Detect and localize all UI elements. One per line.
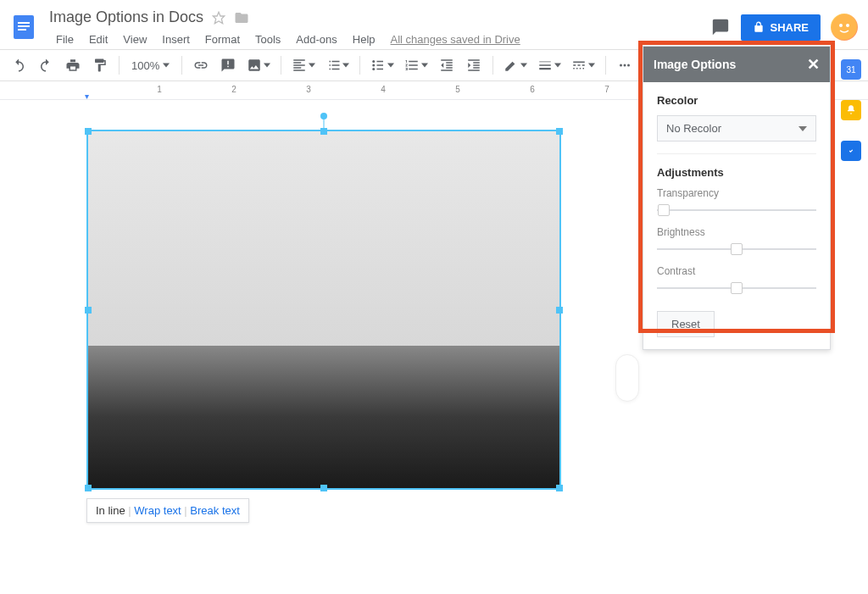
svg-point-34 — [620, 64, 622, 67]
svg-marker-24 — [554, 64, 561, 68]
svg-point-12 — [373, 60, 376, 63]
comment-icon[interactable] — [216, 53, 240, 77]
recolor-dropdown[interactable]: No Recolor — [657, 115, 816, 142]
calendar-icon[interactable]: 31 — [841, 59, 861, 80]
comments-icon[interactable] — [710, 17, 731, 37]
svg-rect-29 — [574, 68, 576, 69]
resize-handle[interactable] — [320, 128, 327, 135]
svg-marker-38 — [798, 126, 807, 131]
menu-format[interactable]: Format — [198, 30, 247, 49]
svg-point-5 — [832, 14, 857, 40]
svg-rect-22 — [540, 64, 552, 66]
share-button[interactable]: SHARE — [741, 14, 821, 41]
close-icon[interactable]: ✕ — [807, 55, 820, 74]
save-status: All changes saved in Drive — [384, 30, 527, 49]
recolor-title: Recolor — [657, 94, 816, 107]
menu-help[interactable]: Help — [346, 30, 382, 49]
selected-image[interactable] — [86, 130, 561, 490]
folder-icon[interactable] — [234, 10, 249, 25]
border-weight-icon[interactable] — [534, 53, 565, 77]
svg-point-6 — [839, 24, 843, 27]
indent-increase-icon[interactable] — [462, 53, 486, 77]
number-list-icon[interactable] — [401, 53, 431, 77]
transparency-label: Transparency — [657, 187, 816, 199]
resize-handle[interactable] — [85, 307, 92, 314]
docs-logo-icon[interactable] — [7, 7, 41, 47]
redo-icon[interactable] — [34, 53, 58, 77]
more-icon[interactable] — [613, 53, 637, 77]
resize-handle[interactable] — [320, 485, 327, 491]
svg-rect-16 — [377, 64, 384, 66]
resize-handle[interactable] — [556, 485, 563, 491]
svg-marker-9 — [264, 64, 270, 68]
contrast-label: Contrast — [657, 265, 816, 277]
svg-rect-28 — [582, 64, 585, 66]
svg-rect-27 — [578, 64, 581, 66]
brightness-slider[interactable] — [657, 241, 816, 257]
bullet-list-icon[interactable] — [367, 53, 398, 77]
svg-rect-32 — [583, 68, 585, 69]
reset-button[interactable]: Reset — [657, 311, 715, 337]
explore-toggle[interactable] — [615, 354, 639, 402]
svg-marker-18 — [387, 64, 394, 68]
svg-rect-1 — [18, 22, 30, 24]
svg-rect-21 — [540, 62, 552, 63]
indent-decrease-icon[interactable] — [435, 53, 459, 77]
contrast-slider[interactable] — [657, 280, 816, 296]
svg-point-35 — [624, 64, 626, 67]
tasks-icon[interactable] — [841, 141, 861, 161]
star-icon[interactable] — [212, 11, 225, 25]
print-icon[interactable] — [61, 53, 85, 77]
avatar[interactable] — [831, 14, 858, 41]
share-label: SHARE — [770, 21, 809, 34]
svg-point-7 — [846, 24, 849, 27]
line-spacing-icon[interactable] — [322, 53, 353, 77]
svg-point-14 — [373, 68, 376, 70]
image-icon[interactable] — [243, 53, 274, 77]
svg-rect-31 — [580, 68, 581, 69]
svg-rect-17 — [377, 69, 384, 70]
resize-handle[interactable] — [85, 128, 92, 135]
resize-handle[interactable] — [556, 307, 563, 314]
svg-marker-4 — [213, 12, 224, 23]
resize-handle[interactable] — [85, 485, 92, 491]
align-icon[interactable] — [288, 53, 319, 77]
svg-rect-2 — [18, 25, 30, 27]
svg-rect-15 — [377, 61, 384, 63]
brightness-label: Brightness — [657, 226, 816, 238]
panel-title: Image Options — [654, 58, 736, 71]
svg-marker-8 — [163, 64, 170, 68]
transparency-slider[interactable] — [657, 203, 816, 218]
break-text[interactable]: Break text — [190, 504, 240, 517]
doc-title[interactable]: Image Options in Docs — [49, 8, 203, 26]
zoom-dropdown[interactable]: 100% — [126, 59, 175, 72]
wrap-inline[interactable]: In line — [96, 504, 125, 517]
rotate-handle[interactable] — [320, 113, 327, 119]
wrap-text[interactable]: Wrap text — [134, 504, 181, 517]
menu-edit[interactable]: Edit — [82, 30, 114, 49]
svg-point-13 — [373, 64, 376, 67]
keep-icon[interactable] — [841, 100, 861, 120]
border-dash-icon[interactable] — [568, 53, 598, 77]
paint-format-icon[interactable] — [88, 53, 112, 77]
svg-marker-10 — [309, 64, 315, 68]
menu-file[interactable]: File — [49, 30, 81, 49]
chevron-down-icon — [798, 125, 807, 133]
svg-rect-25 — [574, 62, 586, 64]
menu-insert[interactable]: Insert — [155, 30, 197, 49]
lock-icon — [753, 21, 765, 33]
svg-marker-11 — [342, 64, 349, 68]
border-color-icon[interactable] — [500, 53, 531, 77]
menu-addons[interactable]: Add-ons — [289, 30, 343, 49]
link-icon[interactable] — [189, 53, 213, 77]
svg-point-36 — [627, 64, 630, 67]
wrap-options-bar: In line | Wrap text | Break text — [86, 498, 249, 523]
image-options-panel: Image Options ✕ Recolor No Recolor Adjus… — [643, 46, 831, 350]
menu-view[interactable]: View — [116, 30, 153, 49]
undo-icon[interactable] — [7, 53, 31, 77]
adjustments-title: Adjustments — [657, 166, 816, 179]
menu-tools[interactable]: Tools — [248, 30, 287, 49]
svg-rect-26 — [574, 64, 576, 66]
svg-rect-30 — [576, 68, 578, 69]
resize-handle[interactable] — [556, 128, 563, 135]
